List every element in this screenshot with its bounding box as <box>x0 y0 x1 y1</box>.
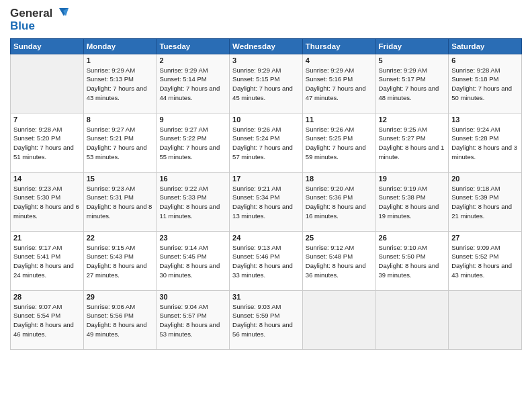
sunrise-text: Sunrise: 9:13 AM <box>232 244 281 251</box>
daylight-text: Daylight: 8 hours and 53 minutes. <box>159 321 220 338</box>
calendar-cell: 15 Sunrise: 9:23 AM Sunset: 5:31 PM Dayl… <box>83 172 157 231</box>
date-number: 9 <box>159 116 226 124</box>
sunrise-text: Sunrise: 9:29 AM <box>232 66 281 74</box>
daylight-text: Daylight: 8 hours and 19 minutes. <box>379 203 439 220</box>
sunset-text: Sunset: 5:34 PM <box>232 193 279 201</box>
sunset-text: Sunset: 5:56 PM <box>87 312 134 319</box>
date-number: 2 <box>159 56 226 64</box>
calendar-cell <box>302 290 375 349</box>
sunrise-text: Sunrise: 9:21 AM <box>232 185 281 192</box>
cell-info: Sunrise: 9:14 AM Sunset: 5:45 PM Dayligh… <box>159 243 226 280</box>
date-number: 17 <box>232 175 300 183</box>
sunset-text: Sunset: 5:30 PM <box>13 193 60 201</box>
calendar-cell: 18 Sunrise: 9:20 AM Sunset: 5:36 PM Dayl… <box>302 172 375 231</box>
sunset-text: Sunset: 5:43 PM <box>87 253 134 260</box>
cell-info: Sunrise: 9:27 AM Sunset: 5:21 PM Dayligh… <box>87 125 154 162</box>
calendar-cell: 19 Sunrise: 9:19 AM Sunset: 5:38 PM Dayl… <box>375 172 449 231</box>
daylight-text: Daylight: 7 hours and 47 minutes. <box>306 85 366 101</box>
daylight-text: Daylight: 7 hours and 55 minutes. <box>159 144 220 161</box>
weekday-header-monday: Monday <box>83 38 157 54</box>
cell-info: Sunrise: 9:23 AM Sunset: 5:31 PM Dayligh… <box>87 184 154 221</box>
daylight-text: Daylight: 8 hours and 16 minutes. <box>306 203 366 220</box>
daylight-text: Daylight: 8 hours and 56 minutes. <box>232 321 293 338</box>
date-number: 14 <box>13 175 81 183</box>
cell-info: Sunrise: 9:15 AM Sunset: 5:43 PM Dayligh… <box>87 243 154 280</box>
sunset-text: Sunset: 5:41 PM <box>13 253 60 260</box>
daylight-text: Daylight: 8 hours and 6 minutes. <box>13 203 79 220</box>
cell-info: Sunrise: 9:04 AM Sunset: 5:57 PM Dayligh… <box>159 302 226 339</box>
calendar-cell: 22 Sunrise: 9:15 AM Sunset: 5:43 PM Dayl… <box>83 231 157 290</box>
cell-info: Sunrise: 9:17 AM Sunset: 5:41 PM Dayligh… <box>13 243 81 280</box>
date-number: 4 <box>306 56 373 64</box>
sunset-text: Sunset: 5:39 PM <box>451 193 498 201</box>
calendar-cell: 13 Sunrise: 9:24 AM Sunset: 5:28 PM Dayl… <box>449 113 522 172</box>
cell-info: Sunrise: 9:28 AM Sunset: 5:18 PM Dayligh… <box>451 66 519 103</box>
sunset-text: Sunset: 5:14 PM <box>159 75 206 83</box>
calendar-cell: 23 Sunrise: 9:14 AM Sunset: 5:45 PM Dayl… <box>157 231 230 290</box>
sunset-text: Sunset: 5:45 PM <box>159 253 206 260</box>
calendar-cell: 24 Sunrise: 9:13 AM Sunset: 5:46 PM Dayl… <box>230 231 303 290</box>
cell-info: Sunrise: 9:29 AM Sunset: 5:13 PM Dayligh… <box>87 66 154 103</box>
sunrise-text: Sunrise: 9:28 AM <box>13 126 62 133</box>
sunrise-text: Sunrise: 9:24 AM <box>451 126 500 133</box>
cell-info: Sunrise: 9:29 AM Sunset: 5:15 PM Dayligh… <box>232 66 300 103</box>
weekday-header-tuesday: Tuesday <box>157 38 230 54</box>
cell-info: Sunrise: 9:22 AM Sunset: 5:33 PM Dayligh… <box>159 184 226 221</box>
cell-info: Sunrise: 9:27 AM Sunset: 5:22 PM Dayligh… <box>159 125 226 162</box>
daylight-text: Daylight: 8 hours and 36 minutes. <box>306 262 366 279</box>
calendar-cell: 14 Sunrise: 9:23 AM Sunset: 5:30 PM Dayl… <box>11 172 84 231</box>
date-number: 20 <box>451 175 519 183</box>
date-number: 29 <box>87 293 154 301</box>
weekday-header-sunday: Sunday <box>11 38 84 54</box>
calendar-cell: 11 Sunrise: 9:26 AM Sunset: 5:25 PM Dayl… <box>302 113 375 172</box>
sunset-text: Sunset: 5:36 PM <box>306 193 353 201</box>
calendar-cell <box>449 290 522 349</box>
daylight-text: Daylight: 7 hours and 50 minutes. <box>451 85 512 101</box>
sunrise-text: Sunrise: 9:26 AM <box>232 126 281 133</box>
date-number: 3 <box>232 56 300 64</box>
sunset-text: Sunset: 5:25 PM <box>306 134 353 142</box>
sunrise-text: Sunrise: 9:14 AM <box>159 244 208 251</box>
date-number: 6 <box>451 56 519 64</box>
sunrise-text: Sunrise: 9:28 AM <box>451 66 500 74</box>
sunrise-text: Sunrise: 9:12 AM <box>306 244 354 251</box>
calendar-cell: 4 Sunrise: 9:29 AM Sunset: 5:16 PM Dayli… <box>302 54 375 113</box>
daylight-text: Daylight: 8 hours and 24 minutes. <box>13 262 74 279</box>
cell-info: Sunrise: 9:18 AM Sunset: 5:39 PM Dayligh… <box>451 184 519 221</box>
calendar-cell: 9 Sunrise: 9:27 AM Sunset: 5:22 PM Dayli… <box>157 113 230 172</box>
calendar-cell: 16 Sunrise: 9:22 AM Sunset: 5:33 PM Dayl… <box>157 172 230 231</box>
week-row-3: 14 Sunrise: 9:23 AM Sunset: 5:30 PM Dayl… <box>11 172 522 231</box>
daylight-text: Daylight: 7 hours and 43 minutes. <box>87 85 147 101</box>
logo-blue: Blue <box>10 20 35 33</box>
daylight-text: Daylight: 8 hours and 33 minutes. <box>232 262 293 279</box>
logo-bird-icon <box>54 7 69 20</box>
daylight-text: Daylight: 7 hours and 51 minutes. <box>13 144 74 161</box>
calendar-cell: 21 Sunrise: 9:17 AM Sunset: 5:41 PM Dayl… <box>11 231 84 290</box>
calendar-cell: 2 Sunrise: 9:29 AM Sunset: 5:14 PM Dayli… <box>157 54 230 113</box>
sunrise-text: Sunrise: 9:23 AM <box>13 185 62 192</box>
weekday-header-row: SundayMondayTuesdayWednesdayThursdayFrid… <box>11 38 522 54</box>
weekday-header-wednesday: Wednesday <box>230 38 303 54</box>
sunrise-text: Sunrise: 9:26 AM <box>306 126 354 133</box>
calendar-cell: 20 Sunrise: 9:18 AM Sunset: 5:39 PM Dayl… <box>449 172 522 231</box>
sunset-text: Sunset: 5:16 PM <box>306 75 353 83</box>
daylight-text: Daylight: 8 hours and 21 minutes. <box>451 203 512 220</box>
date-number: 8 <box>87 116 154 124</box>
sunrise-text: Sunrise: 9:20 AM <box>306 185 354 192</box>
sunset-text: Sunset: 5:59 PM <box>232 312 279 319</box>
sunrise-text: Sunrise: 9:22 AM <box>159 185 208 192</box>
sunrise-text: Sunrise: 9:04 AM <box>159 303 208 310</box>
date-number: 13 <box>451 116 519 124</box>
daylight-text: Daylight: 8 hours and 46 minutes. <box>13 321 74 338</box>
cell-info: Sunrise: 9:23 AM Sunset: 5:30 PM Dayligh… <box>13 184 81 221</box>
calendar-table: SundayMondayTuesdayWednesdayThursdayFrid… <box>10 38 522 350</box>
sunrise-text: Sunrise: 9:19 AM <box>379 185 427 192</box>
sunrise-text: Sunrise: 9:29 AM <box>306 66 354 74</box>
week-row-1: 1 Sunrise: 9:29 AM Sunset: 5:13 PM Dayli… <box>11 54 522 113</box>
calendar-cell <box>11 54 84 113</box>
calendar-cell: 12 Sunrise: 9:25 AM Sunset: 5:27 PM Dayl… <box>375 113 449 172</box>
cell-info: Sunrise: 9:21 AM Sunset: 5:34 PM Dayligh… <box>232 184 300 221</box>
daylight-text: Daylight: 7 hours and 59 minutes. <box>306 144 366 161</box>
sunset-text: Sunset: 5:57 PM <box>159 312 206 319</box>
week-row-2: 7 Sunrise: 9:28 AM Sunset: 5:20 PM Dayli… <box>11 113 522 172</box>
